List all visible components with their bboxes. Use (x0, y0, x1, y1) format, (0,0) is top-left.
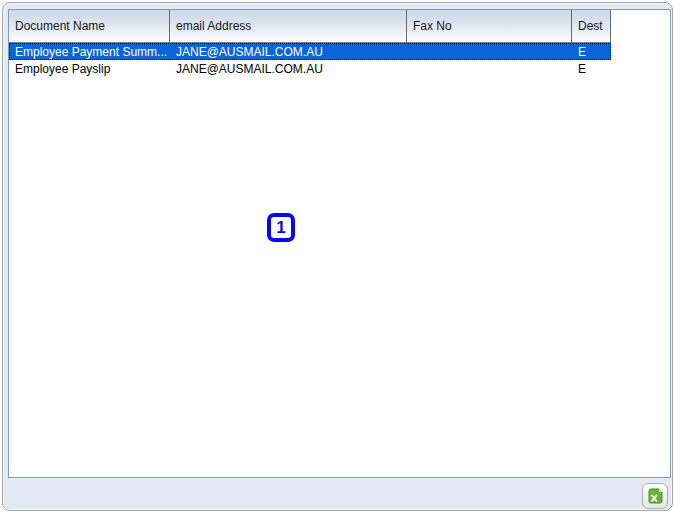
column-header-email-address[interactable]: email Address (170, 10, 407, 43)
grid-header-row: Document Name email Address Fax No Dest (9, 10, 611, 43)
cell-dest: E (572, 60, 611, 77)
distribution-dialog: Document Name email Address Fax No Dest … (2, 2, 673, 511)
cell-email-address: JANE@AUSMAIL.COM.AU (170, 43, 407, 60)
cell-document-name: Employee Payment Summ... (9, 43, 170, 60)
table-row[interactable]: Employee Payment Summ... JANE@AUSMAIL.CO… (9, 43, 611, 60)
annotation-label: 1 (276, 218, 285, 238)
excel-icon (647, 488, 664, 505)
column-header-dest[interactable]: Dest (572, 10, 611, 43)
column-header-document-name[interactable]: Document Name (9, 10, 170, 43)
cell-fax-no (407, 60, 572, 77)
export-excel-button[interactable] (642, 483, 668, 509)
documents-grid: Document Name email Address Fax No Dest … (8, 9, 671, 478)
cell-fax-no (407, 43, 572, 60)
cell-email-address: JANE@AUSMAIL.COM.AU (170, 60, 407, 77)
table-row[interactable]: Employee Payslip JANE@AUSMAIL.COM.AU E (9, 60, 611, 77)
cell-document-name: Employee Payslip (9, 60, 170, 77)
cell-dest: E (572, 43, 611, 60)
column-header-fax-no[interactable]: Fax No (407, 10, 572, 43)
annotation-marker-1: 1 (267, 213, 295, 242)
